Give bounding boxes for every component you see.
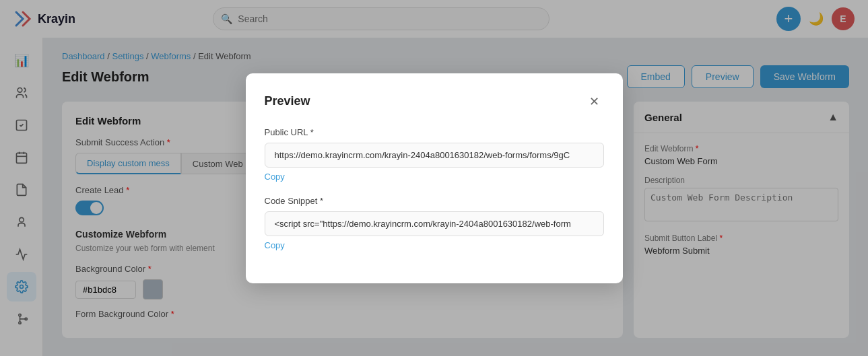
modal-overlay[interactable]: Preview ✕ Public URL * https://demo.kray… [0,0,868,356]
preview-modal: Preview ✕ Public URL * https://demo.kray… [246,73,623,283]
modal-public-url-label: Public URL * [265,127,604,137]
modal-public-url-input: https://demo.krayincrm.com/krayin-2404a8… [265,143,604,168]
modal-code-snippet-field: Code Snippet * <script src="https://demo… [265,196,604,251]
modal-code-snippet-copy[interactable]: Copy [265,240,285,250]
modal-code-snippet-label: Code Snippet * [265,196,604,206]
modal-header: Preview ✕ [265,92,604,111]
modal-public-url-copy[interactable]: Copy [265,172,285,182]
modal-close-button[interactable]: ✕ [585,92,604,111]
modal-code-snippet-input: <script src="https://demo.krayincrm.com/… [265,211,604,236]
modal-title: Preview [265,94,310,108]
modal-public-url-field: Public URL * https://demo.krayincrm.com/… [265,127,604,182]
